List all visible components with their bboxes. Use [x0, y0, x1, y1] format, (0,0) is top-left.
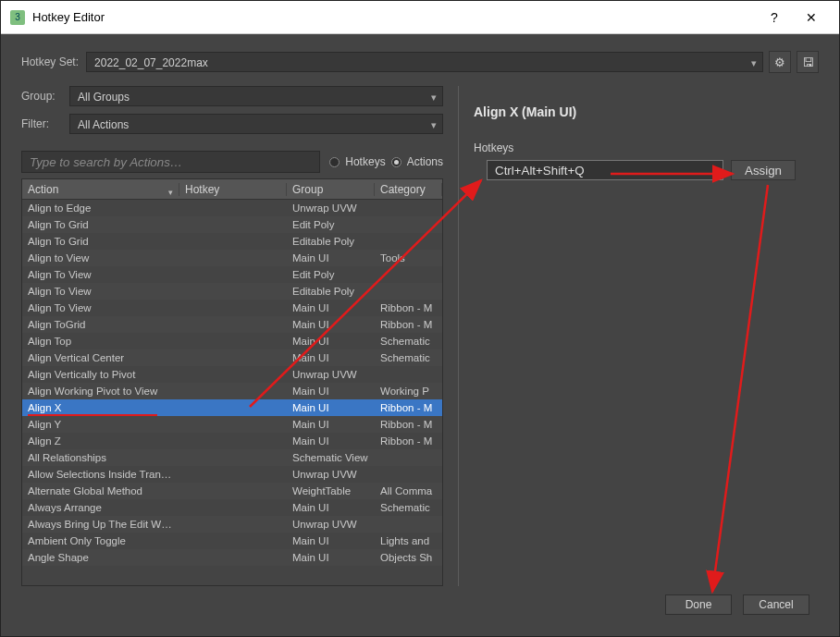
- table-row[interactable]: Angle ShapeMain UIObjects Sh: [22, 549, 442, 566]
- table-cell: Align to Edge: [22, 202, 179, 214]
- table-row[interactable]: Ambient Only ToggleMain UILights and: [22, 533, 442, 549]
- table-cell: Align Vertical Center: [22, 352, 179, 363]
- assign-button[interactable]: Assign: [731, 160, 796, 180]
- table-cell: Align To View: [22, 269, 179, 280]
- app-icon: 3: [10, 10, 25, 25]
- table-cell: Always Arrange: [22, 502, 179, 513]
- table-cell: Ribbon - M: [375, 402, 442, 413]
- titlebar: 3 Hotkey Editor ? ✕: [1, 1, 839, 34]
- table-cell: Ribbon - M: [375, 319, 442, 330]
- table-cell: Unwrap UVW: [287, 202, 375, 214]
- table-cell: Align To View: [22, 286, 179, 297]
- window-title: Hotkey Editor: [32, 10, 105, 24]
- table-cell: Schematic: [375, 336, 442, 347]
- group-dropdown[interactable]: All Groups: [69, 86, 443, 106]
- table-row[interactable]: Align to ViewMain UITools: [22, 250, 442, 266]
- table-cell: Ambient Only Toggle: [22, 535, 179, 546]
- table-row[interactable]: Align To GridEdit Poly: [22, 216, 442, 233]
- table-cell: Main UI: [287, 419, 375, 430]
- detail-title: Align X (Main UI): [474, 104, 819, 119]
- hotkey-set-dropdown[interactable]: 2022_02_07_2022max: [86, 52, 763, 72]
- table-cell: Main UI: [287, 386, 375, 397]
- table-cell: Tools: [375, 252, 442, 263]
- table-cell: Align To Grid: [22, 219, 179, 230]
- table-row[interactable]: Align To GridEditable Poly: [22, 233, 442, 250]
- table-cell: Main UI: [287, 502, 375, 513]
- table-row[interactable]: Align YMain UIRibbon - M: [22, 416, 442, 433]
- help-button[interactable]: ?: [756, 1, 793, 34]
- table-cell: Main UI: [287, 336, 375, 347]
- table-cell: Ribbon - M: [375, 435, 442, 447]
- table-cell: Align Top: [22, 336, 179, 347]
- table-row[interactable]: Align to EdgeUnwrap UVW: [22, 200, 442, 216]
- save-button[interactable]: 🖫: [797, 51, 819, 73]
- left-pane: Group: All Groups Filter: All Actions Ho…: [21, 86, 443, 586]
- search-input[interactable]: [21, 151, 320, 173]
- table-cell: Working P: [375, 386, 442, 397]
- col-action-header[interactable]: Action ▾: [22, 183, 179, 196]
- table-row[interactable]: Align Working Pivot to ViewMain UIWorkin…: [22, 383, 442, 399]
- table-cell: Align To Grid: [22, 236, 179, 247]
- save-icon: 🖫: [802, 55, 814, 69]
- table-body[interactable]: Align to EdgeUnwrap UVWAlign To GridEdit…: [22, 200, 442, 585]
- col-group-header[interactable]: Group: [287, 183, 375, 196]
- radio-hotkeys[interactable]: [329, 157, 340, 167]
- cancel-button[interactable]: Cancel: [743, 594, 809, 615]
- table-cell: Lights and: [375, 535, 442, 546]
- table-cell: Main UI: [287, 319, 375, 330]
- table-cell: Editable Poly: [287, 286, 375, 297]
- table-row[interactable]: Always ArrangeMain UISchematic: [22, 499, 442, 516]
- table-row[interactable]: Align To ViewMain UIRibbon - M: [22, 300, 442, 316]
- table-row[interactable]: Align To ViewEditable Poly: [22, 283, 442, 300]
- panes: Group: All Groups Filter: All Actions Ho…: [21, 86, 819, 586]
- hotkey-input[interactable]: [487, 160, 723, 180]
- table-cell: Editable Poly: [287, 236, 375, 247]
- table-cell: Align X: [22, 402, 179, 413]
- hotkeys-section-label: Hotkeys: [474, 141, 819, 154]
- table-row[interactable]: Always Bring Up The Edit WindowUnwrap UV…: [22, 516, 442, 533]
- table-cell: Unwrap UVW: [287, 369, 375, 380]
- table-cell: Main UI: [287, 535, 375, 546]
- settings-button[interactable]: ⚙: [769, 51, 791, 73]
- hotkey-set-row: Hotkey Set: 2022_02_07_2022max ⚙ 🖫: [21, 51, 819, 73]
- table-cell: Objects Sh: [375, 552, 442, 563]
- table-row[interactable]: Align XMain UIRibbon - M: [22, 399, 442, 416]
- dialog-footer: Done Cancel: [21, 586, 819, 623]
- gear-icon: ⚙: [774, 55, 785, 69]
- pane-divider[interactable]: [458, 86, 459, 586]
- table-row[interactable]: Align Vertical CenterMain UISchematic: [22, 349, 442, 366]
- table-cell: Unwrap UVW: [287, 469, 375, 480]
- table-row[interactable]: All RelationshipsSchematic View: [22, 449, 442, 466]
- right-pane: Align X (Main UI) Hotkeys Assign: [474, 86, 819, 586]
- col-hotkey-header[interactable]: Hotkey: [179, 183, 287, 196]
- table-row[interactable]: Allow Selections Inside Tranform …Unwrap…: [22, 466, 442, 483]
- close-button[interactable]: ✕: [793, 1, 830, 34]
- table-cell: Alternate Global Method: [22, 485, 179, 496]
- table-cell: Main UI: [287, 352, 375, 363]
- table-header: Action ▾ Hotkey Group Category: [22, 179, 442, 200]
- table-cell: Ribbon - M: [375, 419, 442, 430]
- table-cell: Main UI: [287, 435, 375, 447]
- table-cell: Align Y: [22, 419, 179, 430]
- table-cell: Allow Selections Inside Tranform …: [22, 469, 179, 480]
- table-row[interactable]: Align ZMain UIRibbon - M: [22, 433, 442, 449]
- radio-actions[interactable]: [391, 157, 401, 167]
- filter-dropdown[interactable]: All Actions: [69, 114, 443, 134]
- dialog-content: Hotkey Set: 2022_02_07_2022max ⚙ 🖫 Group…: [1, 34, 839, 636]
- sort-indicator-icon: ▾: [168, 188, 173, 197]
- table-row[interactable]: Alternate Global MethodWeightTableAll Co…: [22, 483, 442, 499]
- col-category-header[interactable]: Category: [375, 183, 442, 196]
- table-cell: Always Bring Up The Edit Window: [22, 519, 179, 530]
- table-row[interactable]: Align Vertically to PivotUnwrap UVW: [22, 366, 442, 383]
- table-row[interactable]: Align TopMain UISchematic: [22, 333, 442, 349]
- done-button[interactable]: Done: [665, 594, 732, 615]
- table-cell: Main UI: [287, 302, 375, 313]
- table-cell: Align to View: [22, 252, 179, 263]
- table-cell: Main UI: [287, 252, 375, 263]
- table-cell: Angle Shape: [22, 552, 179, 563]
- radio-hotkeys-label: Hotkeys: [345, 155, 385, 168]
- table-row[interactable]: Align ToGridMain UIRibbon - M: [22, 316, 442, 333]
- table-cell: Align Vertically to Pivot: [22, 369, 179, 380]
- table-cell: Align Z: [22, 435, 179, 447]
- table-row[interactable]: Align To ViewEdit Poly: [22, 266, 442, 283]
